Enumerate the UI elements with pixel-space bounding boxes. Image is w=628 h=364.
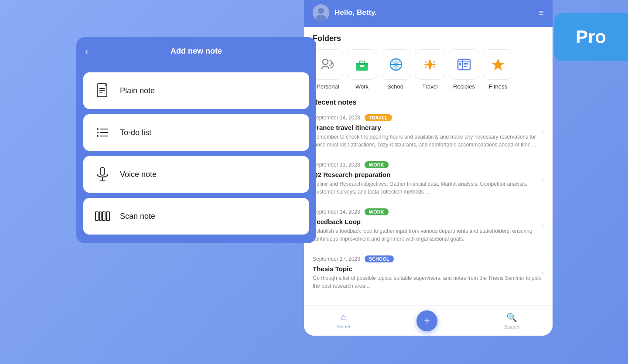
travel-label: Travel [422,83,438,90]
avatar [313,4,329,21]
note-meta-3: September 14, 2023 WORK [313,208,544,215]
note-tag-3: WORK [365,208,389,215]
note-date-4: September 17, 2023 [313,256,360,262]
svg-rect-18 [102,212,105,221]
chevron-icon-2: › [542,175,544,183]
plain-note-option[interactable]: Plain note [83,72,309,109]
scan-note-option[interactable]: Scan note [83,198,309,235]
folders-section: Folders Personal [304,27,553,93]
plain-note-label: Plain note [120,86,155,95]
svg-rect-19 [106,212,109,221]
folders-title: Folders [313,34,544,43]
school-label: School [387,83,405,90]
search-icon: 🔍 [506,312,517,323]
folder-item-travel[interactable]: Travel [415,49,445,90]
svg-rect-16 [96,212,98,221]
note-excerpt-1: Remember to check the opening hours and … [313,133,544,149]
note-tag-2: WORK [365,161,389,168]
nav-search[interactable]: 🔍 Search [504,312,519,330]
app-header: Hello, Betty. ≡ [304,0,553,27]
folder-item-fitness[interactable]: Fitness [483,49,513,90]
greeting-text: Hello, Betty. [334,8,377,17]
folder-item-work[interactable]: Work [347,49,377,90]
home-label: Home [337,324,350,329]
work-label: Work [355,83,369,90]
search-label: Search [504,324,519,330]
scan-note-label: Scan note [120,212,155,221]
plain-note-icon [94,82,111,99]
note-date-2: September 11, 2023 [313,162,360,168]
recipes-label: Recipies [453,83,475,90]
note-card-3[interactable]: September 14, 2023 WORK Feedback Loop Es… [313,202,544,249]
note-title-2: Q2 Research preparation [313,171,544,178]
note-tag-1: TRAVEL [365,114,392,121]
school-icon [381,49,411,80]
todo-icon [94,124,111,141]
note-excerpt-4: Go though a list of possible topics, sui… [313,274,544,290]
home-icon: ⌂ [341,312,346,322]
pro-label: Pro [576,27,606,48]
svg-rect-38 [459,63,461,65]
note-tag-4: SCHOOL [365,255,394,262]
folder-item-personal[interactable]: Personal [313,49,343,90]
nav-home[interactable]: ⌂ Home [337,312,350,329]
note-title-3: Feedback Loop [313,218,544,225]
note-excerpt-3: Establish a feedback loop to gather inpu… [313,227,544,243]
svg-point-21 [318,8,324,14]
chevron-icon-1: › [542,128,544,136]
scan-note-icon [94,208,111,225]
svg-point-23 [323,59,328,65]
note-card-4[interactable]: September 17, 2023 SCHOOL Thesis Topic G… [313,249,544,296]
chevron-icon-3: › [542,222,544,230]
svg-marker-39 [491,58,505,71]
note-title-1: France travel itinerary [313,124,544,131]
svg-rect-17 [99,212,101,221]
voice-note-option[interactable]: Voice note [83,156,309,193]
note-title-4: Thesis Topic [313,265,544,272]
svg-point-7 [97,128,99,130]
note-meta-4: September 17, 2023 SCHOOL [313,255,544,262]
personal-icon [313,49,343,80]
note-card-1[interactable]: September 14, 2023 TRAVEL France travel … [313,108,544,155]
personal-label: Personal [317,83,339,90]
note-excerpt-2: Define and Research objectives. Gather f… [313,180,544,196]
note-card-2[interactable]: September 11, 2023 WORK Q2 Research prep… [313,155,544,202]
note-date-1: September 14, 2023 [313,115,360,121]
folder-item-recipes[interactable]: Recipies [449,49,479,90]
add-note-header: ‹ Add new note [76,37,316,65]
note-meta-1: September 14, 2023 TRAVEL [313,114,544,121]
voice-note-label: Voice note [120,170,157,179]
back-button[interactable]: ‹ [85,46,88,56]
svg-rect-13 [100,167,105,175]
recipes-icon [449,49,479,80]
work-icon [347,49,377,80]
folders-row: Personal Work [313,49,544,93]
add-note-title: Add new note [87,47,306,56]
todo-label: To-do list [120,128,151,137]
pro-badge[interactable]: Pro [554,13,628,61]
note-meta-2: September 11, 2023 WORK [313,161,544,168]
menu-icon[interactable]: ≡ [539,8,544,18]
add-note-options: Plain note To-do list [76,65,316,243]
chevron-icon-4: › [542,269,544,277]
recent-notes-title: Recent notes [313,99,544,106]
add-note-modal: ‹ Add new note Plain note [76,37,316,243]
recent-notes-section: Recent notes September 14, 2023 TRAVEL F… [304,93,553,296]
svg-rect-36 [464,63,468,65]
note-date-3: September 14, 2023 [313,209,360,215]
svg-rect-26 [360,65,364,67]
fitness-label: Fitness [489,83,507,90]
folder-item-school[interactable]: School [381,49,411,90]
add-icon: + [424,315,430,327]
travel-icon [415,49,445,80]
svg-point-9 [97,135,99,137]
fitness-icon [483,49,513,80]
voice-note-icon [94,166,111,183]
bottom-nav: ⌂ Home + 🔍 Search [304,305,553,336]
main-panel: Hello, Betty. ≡ Folders Personal [304,0,553,336]
todo-option[interactable]: To-do list [83,114,309,151]
user-info: Hello, Betty. [313,4,377,21]
svg-rect-37 [464,66,467,67]
nav-add-button[interactable]: + [416,310,437,331]
svg-rect-27 [356,63,368,65]
